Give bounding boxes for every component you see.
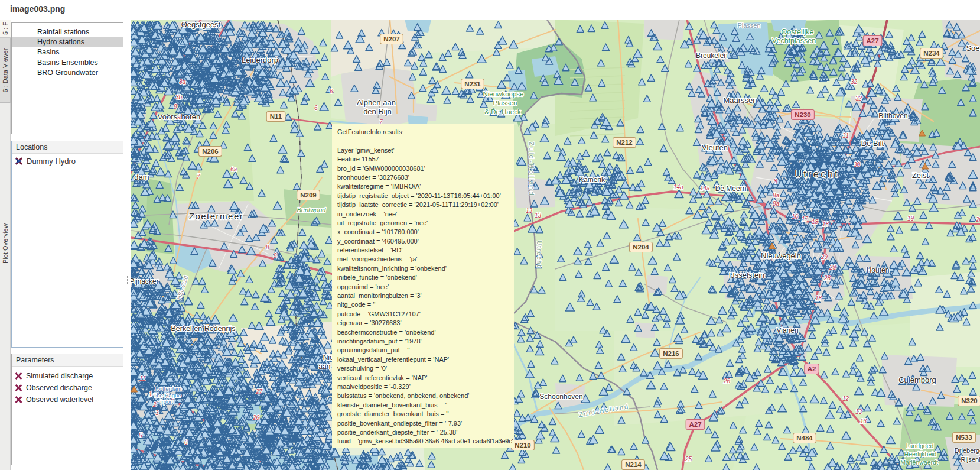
svg-text:Zuid-Holland: Zuid-Holland: [528, 142, 535, 196]
svg-text:26: 26: [252, 414, 260, 421]
svg-text:32: 32: [851, 79, 858, 85]
svg-text:17: 17: [802, 216, 809, 222]
svg-text:A2: A2: [808, 365, 816, 372]
svg-text:5: 5: [139, 432, 142, 439]
svg-text:N234: N234: [923, 50, 940, 57]
svg-text:✈: ✈: [175, 380, 180, 387]
svg-text:N206: N206: [202, 148, 219, 155]
svg-text:N214: N214: [625, 461, 642, 468]
svg-text:30: 30: [854, 161, 861, 168]
svg-text:19: 19: [907, 215, 914, 222]
svg-text:Zeist: Zeist: [912, 171, 929, 180]
svg-text:Nieuwegein: Nieuwegein: [761, 251, 801, 260]
svg-text:den Rijn: den Rijn: [363, 107, 392, 116]
svg-text:Oegstgeest: Oegstgeest: [181, 20, 221, 29]
svg-text:N204: N204: [633, 244, 649, 251]
svg-text:The Hague: The Hague: [153, 392, 181, 398]
svg-text:Schoonhoven: Schoonhoven: [539, 393, 582, 401]
svg-text:27: 27: [255, 388, 263, 395]
svg-text:18: 18: [812, 219, 819, 225]
svg-text:Leiderdorp: Leiderdorp: [242, 56, 278, 64]
svg-text:Oostelijke: Oostelijke: [782, 28, 814, 36]
svg-text:N11: N11: [270, 113, 282, 120]
svg-text:Utrecht: Utrecht: [795, 168, 839, 180]
svg-text:dam: dam: [134, 173, 149, 181]
svg-text:Utrecht: Utrecht: [536, 241, 542, 268]
svg-text:Breukelen: Breukelen: [696, 51, 728, 60]
svg-text:8: 8: [774, 178, 777, 184]
svg-text:2: 2: [152, 401, 157, 408]
svg-text:18: 18: [822, 221, 829, 228]
svg-text:N212: N212: [616, 139, 633, 146]
svg-text:6: 6: [184, 439, 188, 446]
svg-text:Houten: Houten: [867, 266, 890, 274]
svg-text:16: 16: [792, 213, 799, 220]
svg-text:Zoetermeer: Zoetermeer: [189, 211, 244, 221]
svg-text:Culemborg: Culemborg: [898, 375, 936, 384]
svg-text:31: 31: [842, 132, 849, 139]
svg-text:A27: A27: [689, 421, 701, 428]
svg-text:11: 11: [139, 375, 145, 382]
svg-text:Drieberge: Drieberge: [955, 447, 980, 454]
svg-text:N207: N207: [383, 35, 400, 43]
svg-text:8: 8: [274, 252, 277, 259]
svg-text:Mariënwaerdt: Mariënwaerdt: [900, 459, 938, 466]
svg-text:Pijnacker: Pijnacker: [131, 277, 159, 286]
svg-text:32: 32: [855, 95, 862, 102]
svg-text:Kamerik: Kamerik: [579, 176, 605, 184]
svg-text:18: 18: [815, 295, 822, 302]
svg-text:Airport: Airport: [157, 398, 173, 405]
svg-text:7: 7: [197, 173, 200, 180]
svg-text:N209: N209: [300, 192, 317, 199]
svg-text:6: 6: [314, 105, 318, 111]
svg-text:8: 8: [266, 244, 269, 251]
svg-text:6a: 6a: [230, 166, 237, 173]
svg-text:13: 13: [535, 212, 542, 219]
svg-text:Berkel en Rodenrijs: Berkel en Rodenrijs: [171, 325, 235, 333]
svg-text:De Meern: De Meern: [715, 184, 747, 193]
svg-text:Maarssen: Maarssen: [723, 96, 757, 105]
svg-text:29: 29: [829, 264, 836, 271]
svg-text:Alphen aan: Alphen aan: [357, 98, 396, 107]
svg-text:1: 1: [149, 391, 152, 397]
svg-text:13: 13: [526, 208, 533, 214]
svg-text:26: 26: [723, 378, 731, 384]
svg-text:Bilthoven: Bilthoven: [878, 112, 907, 120]
svg-text:Plassen: Plassen: [493, 99, 517, 106]
svg-text:N231: N231: [464, 80, 481, 87]
svg-text:14a: 14a: [700, 185, 710, 192]
svg-text:Plassen: Plassen: [737, 22, 760, 29]
svg-text:25: 25: [685, 456, 692, 462]
svg-text:N216: N216: [663, 350, 679, 357]
svg-text:12: 12: [842, 396, 849, 402]
svg-text:IJsselstein: IJsselstein: [729, 271, 765, 280]
svg-text:Heerlijkheid: Heerlijkheid: [904, 450, 937, 458]
svg-text:Vleuten: Vleuten: [702, 143, 728, 152]
svg-text:Bentwoud: Bentwoud: [297, 206, 327, 213]
svg-text:3: 3: [155, 410, 159, 416]
svg-text:6: 6: [330, 88, 333, 95]
svg-text:Landgoed: Landgoed: [906, 442, 934, 449]
svg-text:8a: 8a: [773, 200, 780, 207]
svg-text:N484: N484: [796, 435, 813, 442]
svg-text:20: 20: [975, 216, 980, 223]
svg-text:& De Haeck: & De Haeck: [484, 108, 521, 115]
svg-text:28: 28: [823, 275, 831, 281]
svg-text:13: 13: [855, 409, 862, 415]
svg-text:N320: N320: [961, 397, 978, 404]
svg-text:N210: N210: [515, 442, 531, 449]
svg-text:N230: N230: [795, 111, 811, 118]
svg-text:Soest: Soest: [966, 44, 980, 53]
svg-text:N533: N533: [956, 434, 972, 441]
svg-text:Vechtplassen: Vechtplassen: [772, 37, 816, 45]
svg-text:Nieuwkoopse: Nieuwkoopse: [483, 90, 523, 98]
svg-text:De Bilt: De Bilt: [861, 139, 884, 148]
svg-text:13: 13: [860, 418, 867, 424]
svg-text:Vianen: Vianen: [776, 326, 798, 335]
svg-text:8a: 8a: [773, 192, 780, 199]
svg-text:8: 8: [174, 103, 177, 110]
svg-text:3b: 3b: [175, 94, 183, 101]
svg-text:29: 29: [821, 254, 828, 260]
svg-text:Rijsenbu: Rijsenbu: [961, 456, 980, 463]
svg-text:14a: 14a: [673, 184, 683, 190]
